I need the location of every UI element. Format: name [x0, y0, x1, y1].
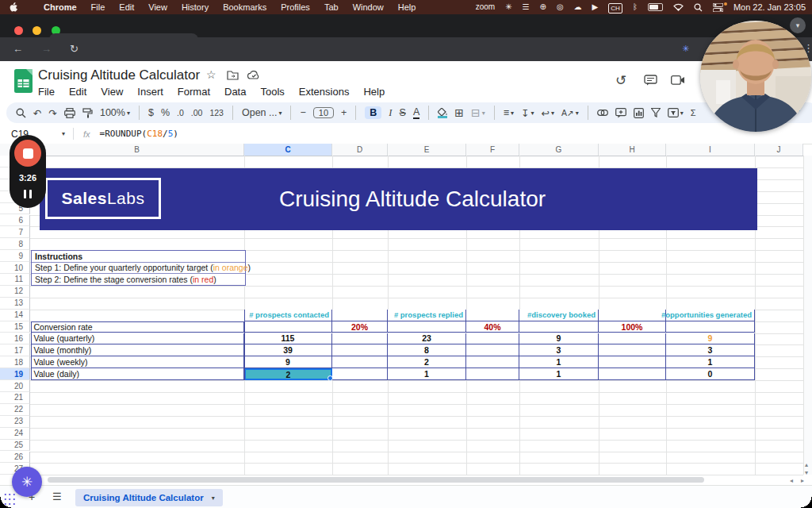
table-cell[interactable]: 9 — [519, 333, 599, 345]
table-cell[interactable]: 9 — [666, 333, 755, 345]
row-header-26[interactable]: 26 — [0, 452, 30, 464]
table-header-cell[interactable] — [599, 310, 666, 321]
scroll-right-icon[interactable]: ▸ — [801, 477, 804, 484]
row-header-23[interactable]: 23 — [0, 416, 30, 428]
meet-camera-icon[interactable] — [671, 75, 685, 85]
zoom-select[interactable]: 100%▾ — [100, 107, 130, 118]
scroll-left-icon[interactable]: ◂ — [790, 477, 793, 484]
create-filter-icon[interactable] — [651, 108, 661, 117]
sheet-tab-active[interactable]: Cruising Altitude Calculator▾ — [75, 489, 223, 506]
row-header-15[interactable]: 15 — [0, 321, 30, 333]
table-cell[interactable] — [332, 368, 388, 380]
row-header-24[interactable]: 24 — [0, 428, 30, 440]
zoom-menu-item[interactable]: zoom — [476, 0, 495, 14]
comments-icon[interactable] — [644, 75, 657, 86]
webcam-options-button[interactable]: ▾ — [790, 17, 806, 33]
menubar-item-window[interactable]: Window — [353, 2, 384, 12]
row-header-10[interactable]: 10 — [0, 262, 30, 274]
table-cell[interactable]: 9 — [244, 356, 332, 368]
insert-link-icon[interactable] — [597, 110, 608, 116]
sheets-menu-file[interactable]: File — [33, 84, 59, 99]
row-header-25[interactable]: 25 — [0, 440, 30, 452]
table-cell[interactable]: 2 — [388, 356, 466, 368]
apple-icon[interactable] — [10, 2, 18, 13]
play-icon[interactable]: ▶ — [592, 0, 599, 14]
cloud-status-icon[interactable] — [247, 71, 261, 80]
table-cell[interactable]: 20% — [332, 321, 388, 333]
format-currency-button[interactable]: $ — [148, 107, 154, 118]
asterisk-icon[interactable]: ✳ — [505, 0, 511, 14]
menubar-item-file[interactable]: File — [91, 2, 105, 12]
column-header-E[interactable]: E — [388, 144, 466, 156]
extension-icon[interactable]: ✳ — [682, 44, 689, 54]
insert-chart-icon[interactable] — [634, 108, 644, 118]
table-row-label[interactable]: Value (monthly) — [31, 344, 245, 356]
table-header-cell[interactable]: # prospects contacted — [244, 310, 332, 321]
table-cell[interactable]: 39 — [244, 344, 332, 356]
table-row-label[interactable]: Value (daily) — [31, 368, 245, 380]
table-cell[interactable] — [466, 344, 519, 356]
battery-icon[interactable] — [648, 3, 663, 11]
table-cell[interactable] — [332, 344, 388, 356]
row-header-13[interactable]: 13 — [0, 298, 30, 310]
sheets-menu-extensions[interactable]: Extensions — [294, 84, 354, 99]
row-header-17[interactable]: 17 — [0, 344, 30, 356]
borders-button[interactable]: ⊞ — [454, 106, 464, 119]
table-header-cell[interactable]: # prospects replied — [388, 310, 466, 321]
row-header-21[interactable]: 21 — [0, 392, 30, 404]
webcam-overlay[interactable] — [700, 21, 811, 132]
pause-recording-button[interactable] — [24, 190, 32, 198]
menubar-item-profiles[interactable]: Profiles — [281, 2, 310, 12]
table-cell[interactable] — [388, 321, 466, 333]
table-cell[interactable]: 3 — [519, 344, 599, 356]
table-cell[interactable] — [519, 321, 599, 333]
column-header-B[interactable]: B — [30, 144, 244, 156]
minimize-window-button[interactable] — [33, 26, 41, 35]
row-header-19[interactable]: 19 — [0, 368, 30, 380]
sheets-menu-edit[interactable]: Edit — [64, 84, 91, 99]
sheets-menu-help[interactable]: Help — [358, 84, 389, 99]
table-cell[interactable] — [599, 368, 666, 380]
text-wrap-button[interactable]: ↩▾ — [542, 107, 555, 119]
globe-icon[interactable]: ⊕ — [539, 0, 546, 14]
wifi-icon[interactable] — [673, 3, 684, 11]
table-cell[interactable] — [599, 333, 666, 345]
row-header-8[interactable]: 8 — [0, 238, 30, 250]
undo-icon[interactable]: ↶ — [33, 107, 41, 119]
menubar-item-tab[interactable]: Tab — [324, 2, 339, 12]
functions-button[interactable]: Σ — [691, 108, 696, 117]
row-header-11[interactable]: 11 — [0, 274, 30, 286]
reload-icon[interactable]: ↻ — [70, 43, 79, 55]
fill-color-button[interactable] — [438, 108, 447, 118]
print-icon[interactable] — [64, 108, 75, 118]
table-cell[interactable]: 1 — [519, 356, 599, 368]
insert-comment-icon[interactable] — [615, 108, 626, 118]
row-header-22[interactable]: 22 — [0, 404, 30, 416]
star-document-icon[interactable]: ☆ — [206, 68, 216, 81]
sheets-menu-insert[interactable]: Insert — [132, 84, 168, 99]
menubar-item-history[interactable]: History — [182, 2, 209, 12]
table-header-cell[interactable]: #opportunities generated — [666, 310, 755, 321]
paint-format-icon[interactable] — [82, 108, 93, 118]
table-cell[interactable] — [666, 321, 755, 333]
horizontal-scrollbar[interactable] — [48, 477, 704, 483]
row-header-7[interactable]: 7 — [0, 226, 30, 238]
table-cell[interactable]: 1 — [519, 368, 599, 380]
cloud-icon[interactable]: ☁ — [574, 0, 582, 14]
column-header-J[interactable]: J — [755, 144, 803, 156]
row-header-20[interactable]: 20 — [0, 380, 30, 392]
table-cell[interactable]: 0 — [666, 368, 755, 380]
redo-icon[interactable]: ↷ — [48, 107, 56, 119]
scroll-down-icon[interactable]: ▾ — [805, 469, 808, 476]
horizontal-align-button[interactable]: ≡▾ — [504, 107, 514, 118]
italic-button[interactable]: I — [389, 107, 392, 119]
row-header-16[interactable]: 16 — [0, 333, 30, 345]
spotlight-search-icon[interactable] — [694, 3, 703, 12]
table-cell[interactable]: 23 — [388, 333, 466, 345]
sheets-logo-icon[interactable] — [14, 69, 33, 93]
name-box-dropdown-icon[interactable]: ▾ — [62, 130, 65, 137]
format-percent-button[interactable]: % — [161, 107, 170, 118]
table-cell[interactable] — [332, 356, 388, 368]
formula-input[interactable]: =ROUNDUP(C18/5) — [100, 129, 178, 139]
table-cell[interactable] — [599, 356, 666, 368]
